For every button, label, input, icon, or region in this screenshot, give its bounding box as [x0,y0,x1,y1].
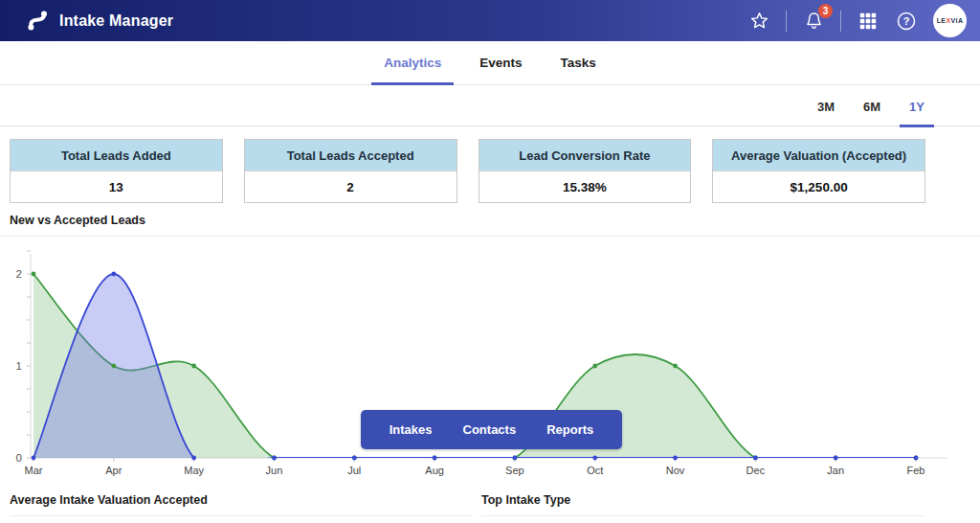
bottom-sections: Average Intake Valuation Accepted Top In… [0,493,980,516]
stat-card-title: Lead Conversion Rate [479,140,691,171]
stat-card-value: 15.38% [479,171,691,202]
section-divider [0,236,980,237]
chart-point [513,456,518,461]
x-tick-label: Dec [746,465,766,476]
chart-point [673,456,678,461]
stat-card-lead-conversion-rate: Lead Conversion Rate 15.38% [479,139,692,203]
range-6m[interactable]: 6M [854,100,890,127]
chart-point [191,364,196,369]
nav-intakes[interactable]: Intakes [390,422,433,437]
stat-card-value: $1,250.00 [713,171,924,202]
x-tick-label: Jul [347,465,361,476]
chart-point [111,364,116,369]
favorite-star-icon[interactable] [747,10,770,33]
range-3m[interactable]: 3M [808,100,844,127]
time-range-selector: 3M 6M 1Y [0,85,980,126]
chart-point [352,456,357,461]
tab-events[interactable]: Events [467,56,534,85]
x-tick-label: Jan [827,465,844,476]
chart-point [592,364,597,369]
stat-card-average-valuation: Average Valuation (Accepted) $1,250.00 [712,139,925,203]
x-tick-label: Nov [666,465,685,476]
chart-point [433,456,437,461]
chart-point [914,456,919,461]
chart-point [753,456,758,461]
chart-point [592,456,597,461]
floating-nav: Intakes Contacts Reports [361,410,622,449]
chart-point [753,456,758,461]
help-icon[interactable]: ? [895,10,918,33]
chart-point [272,456,277,461]
tab-analytics[interactable]: Analytics [371,56,454,85]
chart-point [272,456,277,461]
x-tick-label: May [184,465,204,476]
notification-badge: 3 [818,4,833,18]
x-tick-label: Mar [25,465,43,476]
stat-card-title: Average Valuation (Accepted) [713,140,924,171]
chart-point [433,456,437,461]
chart-point [673,364,678,369]
apps-grid-icon[interactable] [857,10,880,33]
chart-point [834,456,838,461]
chart-point [191,456,196,461]
svg-text:?: ? [903,14,910,26]
app-header: Intake Manager 3 [0,0,980,41]
stat-card-value: 13 [11,171,222,202]
range-1y[interactable]: 1Y [900,100,934,127]
chart-section-title: New vs Accepted Leads [10,214,980,227]
nav-contacts[interactable]: Contacts [463,422,517,437]
x-tick-label: Feb [907,465,925,476]
chart-point [111,272,116,277]
app-title: Intake Manager [59,12,173,30]
y-tick-label: 1 [16,360,22,372]
x-tick-label: Oct [587,465,603,476]
x-tick-label: Apr [105,465,122,476]
stat-card-total-leads-accepted: Total Leads Accepted 2 [244,139,457,203]
chart-point [513,456,518,461]
x-tick-label: Sep [505,465,524,476]
y-tick-label: 2 [16,268,22,280]
chart-point [32,456,36,461]
app-logo-icon [25,9,50,34]
chart-point [914,456,919,461]
stat-cards: Total Leads Added 13 Total Leads Accepte… [10,139,925,203]
tab-tasks[interactable]: Tasks [548,56,609,85]
x-tick-label: Aug [425,465,444,476]
avg-intake-valuation-title: Average Intake Valuation Accepted [10,493,472,507]
y-tick-label: 0 [16,452,22,464]
chart-point [352,456,357,461]
header-separator [786,11,787,32]
x-tick-label: Jun [266,465,283,476]
chart-point [834,456,838,461]
top-intake-type-title: Top Intake Type [481,493,925,507]
section-divider [10,515,472,516]
header-separator [840,11,841,32]
user-avatar[interactable]: LEXVIA [933,4,967,37]
main-tabs: Analytics Events Tasks [0,41,980,85]
nav-reports[interactable]: Reports [546,422,593,437]
stat-card-value: 2 [245,171,457,202]
stat-card-title: Total Leads Accepted [245,140,457,171]
stat-card-title: Total Leads Added [11,140,222,171]
stat-card-total-leads-added: Total Leads Added 13 [10,139,223,203]
notifications-bell-icon[interactable]: 3 [802,10,825,33]
section-divider [481,515,925,516]
leads-chart-area: 012MarAprMayJunJulAugSepOctNovDecJanFeb … [0,244,980,478]
chart-point [32,272,36,277]
